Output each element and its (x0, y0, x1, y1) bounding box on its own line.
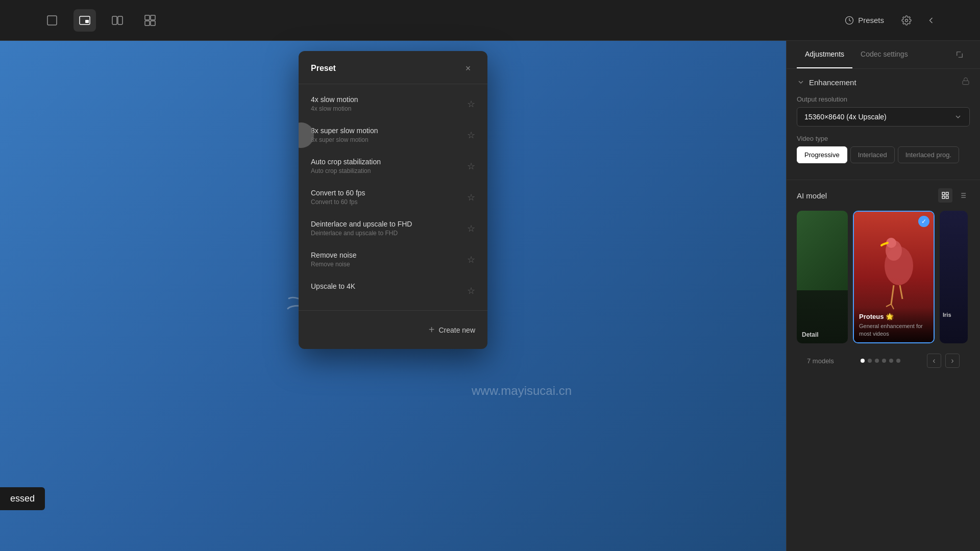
models-count: 7 models (807, 357, 834, 365)
ai-model-header: AI model (797, 188, 970, 203)
enhancement-section: Enhancement Output resolution 15360×8640… (787, 69, 980, 180)
lock-icon[interactable] (962, 77, 970, 87)
dot-5[interactable] (889, 359, 893, 363)
dot-1[interactable] (861, 359, 865, 363)
svg-rect-21 (942, 196, 945, 198)
dot-6[interactable] (896, 359, 900, 363)
preset-item-desc: 8x super slow motion (311, 136, 467, 143)
favorite-star-icon[interactable]: ☆ (467, 223, 475, 234)
model-cards: Detail (797, 211, 970, 343)
layout-quad-button[interactable] (139, 9, 161, 32)
svg-rect-6 (151, 15, 155, 20)
video-type-options: Progressive Interlaced Interlaced prog. (797, 146, 970, 163)
crop-icon[interactable] (951, 46, 968, 63)
enhancement-header: Enhancement (797, 77, 970, 87)
preset-item-desc: Auto crop stabilization (311, 167, 467, 174)
create-plus-icon: + (429, 324, 435, 336)
selected-check-icon: ✓ (918, 216, 929, 227)
prev-arrow[interactable]: ‹ (927, 354, 941, 368)
next-arrow[interactable]: › (945, 354, 960, 368)
video-type-interlaced-prog[interactable]: Interlaced prog. (898, 146, 959, 163)
enhancement-title: Enhancement (809, 78, 856, 87)
list-view-icon[interactable] (955, 188, 970, 203)
favorite-star-icon[interactable]: ☆ (467, 130, 475, 141)
preset-item-60fps[interactable]: Convert to 60 fps Convert to 60 fps ☆ (299, 182, 487, 213)
preset-item-content: Upscale to 4K · (311, 282, 467, 299)
preset-list: 4x slow motion 4x slow motion ☆ 8x super… (299, 84, 487, 310)
favorite-star-icon[interactable]: ☆ (467, 254, 475, 265)
tab-codec-settings[interactable]: Codec settings (852, 41, 916, 68)
dot-3[interactable] (875, 359, 879, 363)
preset-item-auto-crop[interactable]: Auto crop stabilization Auto crop stabil… (299, 151, 487, 182)
svg-rect-8 (151, 21, 155, 26)
preset-item-desc: Convert to 60 fps (311, 198, 467, 206)
modal-title: Preset (311, 64, 336, 73)
modal-overlay: Preset × 4x slow motion 4x slow motion ☆… (0, 41, 786, 551)
output-resolution-value: 15360×8640 (4x Upscale) (804, 113, 887, 121)
ai-model-title: AI model (797, 191, 827, 200)
preset-item-name: Upscale to 4K (311, 282, 467, 290)
preset-item-name: Convert to 60 fps (311, 189, 467, 197)
svg-rect-5 (145, 15, 150, 20)
favorite-star-icon[interactable]: ☆ (467, 285, 475, 296)
model-card-detail[interactable]: Detail (797, 211, 848, 343)
layout-side-by-side-button[interactable] (106, 9, 129, 32)
svg-line-32 (900, 285, 902, 299)
favorite-star-icon[interactable]: ☆ (467, 192, 475, 203)
dot-4[interactable] (882, 359, 886, 363)
svg-rect-3 (112, 16, 117, 24)
toolbar-right: Presets (839, 12, 939, 29)
drag-handle[interactable] (299, 122, 314, 148)
create-new-label: Create new (438, 326, 475, 334)
model-card-iris[interactable]: Iris (940, 211, 968, 343)
presets-button[interactable]: Presets (839, 12, 890, 29)
favorite-star-icon[interactable]: ☆ (467, 98, 475, 110)
video-type-progressive[interactable]: Progressive (797, 146, 847, 163)
preset-item-content: Convert to 60 fps Convert to 60 fps (311, 189, 467, 206)
model-card-proteus[interactable]: ✓ Proteus 🌟 General enhancement for most… (853, 211, 935, 343)
preset-item-desc: 4x slow motion (311, 105, 467, 112)
view-toggle (938, 188, 970, 203)
layout-pip-button[interactable] (74, 9, 96, 32)
preset-item-desc: · (311, 292, 467, 299)
svg-rect-4 (118, 16, 122, 24)
preset-item-desc: Remove noise (311, 261, 467, 268)
svg-rect-7 (145, 21, 150, 26)
layout-single-button[interactable] (41, 9, 63, 32)
preset-item-name: 4x slow motion (311, 95, 467, 104)
preset-modal: Preset × 4x slow motion 4x slow motion ☆… (299, 51, 487, 349)
preset-item-desc: Deinterlace and upscale to FHD (311, 230, 467, 237)
preset-item-upscale-4k[interactable]: Upscale to 4K · ☆ (299, 275, 487, 306)
favorite-star-icon[interactable]: ☆ (467, 161, 475, 172)
preset-item-content: Deinterlace and upscale to FHD Deinterla… (311, 220, 467, 237)
model-proteus-desc: General enhancement for most videos (859, 322, 928, 337)
panel-tabs: Adjustments Codec settings (787, 41, 980, 69)
pagination-dots (861, 359, 900, 363)
video-type-group: Video type Progressive Interlaced Interl… (797, 135, 970, 163)
preset-item-remove-noise[interactable]: Remove noise Remove noise ☆ (299, 244, 487, 275)
svg-rect-0 (47, 16, 57, 25)
ai-model-section: AI model (787, 180, 980, 382)
preset-item-4x-slow-motion[interactable]: 4x slow motion 4x slow motion ☆ (299, 88, 487, 119)
right-panel: Adjustments Codec settings Enhancement (786, 41, 980, 551)
model-proteus-details: Proteus 🌟 General enhancement for most v… (854, 308, 934, 342)
output-resolution-select[interactable]: 15360×8640 (4x Upscale) (797, 107, 970, 127)
nav-arrows: ‹ › (927, 354, 960, 368)
modal-header: Preset × (299, 51, 487, 84)
enhancement-toggle[interactable]: Enhancement (797, 78, 856, 87)
model-proteus-emoji: 🌟 (886, 313, 894, 320)
create-new-button[interactable]: + Create new (311, 319, 475, 341)
video-type-interlaced[interactable]: Interlaced (850, 146, 895, 163)
collapse-button[interactable] (923, 12, 939, 29)
tab-adjustments[interactable]: Adjustments (797, 41, 852, 68)
svg-point-10 (905, 19, 908, 21)
model-pagination: 7 models ‹ › (797, 347, 970, 374)
preset-item-8x-slow-motion[interactable]: 8x super slow motion 8x super slow motio… (299, 119, 487, 151)
modal-close-button[interactable]: × (461, 61, 475, 76)
dot-2[interactable] (868, 359, 872, 363)
video-type-label: Video type (797, 135, 970, 142)
grid-view-icon[interactable] (938, 188, 952, 203)
settings-button[interactable] (898, 12, 915, 29)
preset-item-deinterlace[interactable]: Deinterlace and upscale to FHD Deinterla… (299, 213, 487, 244)
preset-item-content: 4x slow motion 4x slow motion (311, 95, 467, 112)
